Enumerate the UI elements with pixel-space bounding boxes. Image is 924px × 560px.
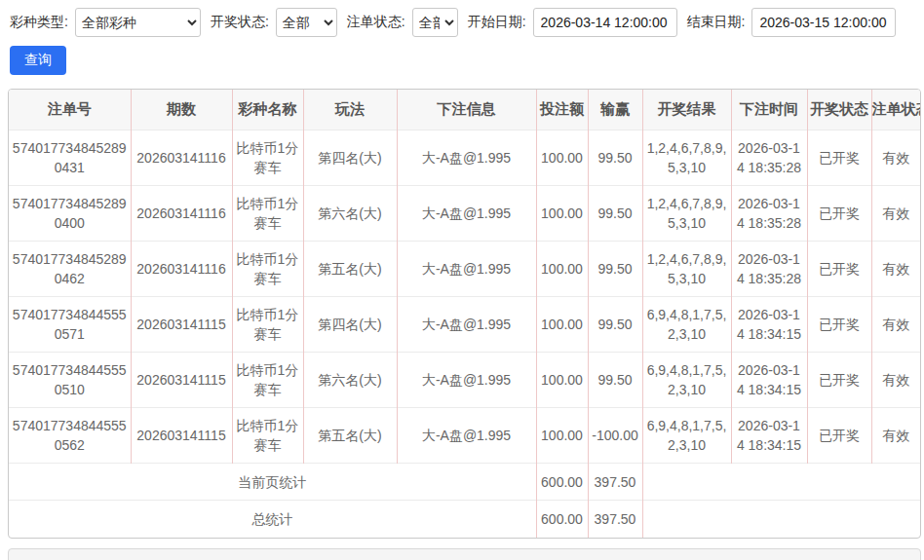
cell-bet-time: 2026-03-14 18:34:15	[731, 408, 807, 464]
bet-status-select[interactable]: 全部	[412, 8, 458, 37]
cell-lottery: 比特币1分赛车	[232, 297, 303, 353]
draw-status-label: 开奖状态:	[211, 14, 269, 31]
bet-records-table-container: 注单号 期数 彩种名称 玩法 下注信息 投注额 输赢 开奖结果 下注时间 开奖状…	[8, 89, 921, 539]
cell-bet-time: 2026-03-14 18:34:15	[731, 297, 807, 353]
cell-bet-info: 大-A盘@1.995	[397, 353, 536, 408]
cell-bet-number: 5740177348445550510	[9, 353, 131, 408]
summary-row-current-page: 当前页统计 600.00 397.50	[9, 464, 920, 501]
cell-bet-info: 大-A盘@1.995	[397, 186, 536, 242]
cell-period: 202603141116	[131, 242, 232, 297]
cell-win-loss: 99.50	[588, 131, 642, 186]
start-date-input[interactable]	[533, 8, 677, 37]
bet-status-label: 注单状态:	[347, 14, 405, 31]
cell-bet-number: 5740177348452890431	[9, 131, 131, 186]
cell-result: 1,2,4,6,7,8,9,5,3,10	[642, 186, 731, 242]
cell-result: 1,2,4,6,7,8,9,5,3,10	[642, 242, 731, 297]
header-bet-number: 注单号	[9, 90, 131, 131]
header-bet-time: 下注时间	[731, 90, 807, 131]
cell-play: 第五名(大)	[303, 408, 397, 464]
summary-bet-amount: 600.00	[536, 501, 588, 538]
cell-bet-status: 有效	[871, 242, 920, 297]
filter-bar: 彩种类型: 全部彩种 开奖状态: 全部 注单状态: 全部 开始日期: 结束日期:	[10, 8, 924, 37]
cell-result: 1,2,4,6,7,8,9,5,3,10	[642, 131, 731, 186]
pagination-bar	[8, 548, 921, 560]
summary-win-loss: 397.50	[588, 464, 642, 501]
summary-empty-cell	[642, 464, 920, 501]
summary-win-loss: 397.50	[588, 501, 642, 538]
cell-lottery: 比特币1分赛车	[232, 186, 303, 242]
header-lottery: 彩种名称	[232, 90, 303, 131]
cell-bet-status: 有效	[871, 131, 920, 186]
header-play: 玩法	[303, 90, 397, 131]
table-row: 5740177348445550562 202603141115 比特币1分赛车…	[9, 408, 920, 464]
cell-bet-info: 大-A盘@1.995	[397, 297, 536, 353]
summary-bet-amount: 600.00	[536, 464, 588, 501]
cell-bet-info: 大-A盘@1.995	[397, 131, 536, 186]
end-date-input[interactable]	[751, 8, 896, 37]
cell-bet-time: 2026-03-14 18:34:15	[731, 353, 807, 408]
summary-label: 总统计	[9, 501, 536, 538]
cell-bet-info: 大-A盘@1.995	[397, 242, 536, 297]
header-win-loss: 输赢	[588, 90, 642, 131]
cell-draw-status: 已开奖	[807, 131, 871, 186]
cell-play: 第五名(大)	[303, 242, 397, 297]
cell-result: 6,9,4,8,1,7,5,2,3,10	[642, 353, 731, 408]
search-button[interactable]: 查询	[10, 46, 66, 75]
table-row: 5740177348445550571 202603141115 比特币1分赛车…	[9, 297, 920, 353]
bet-records-table: 注单号 期数 彩种名称 玩法 下注信息 投注额 输赢 开奖结果 下注时间 开奖状…	[9, 90, 920, 538]
header-period: 期数	[131, 90, 232, 131]
header-draw-status: 开奖状态	[807, 90, 871, 131]
header-bet-info: 下注信息	[397, 90, 536, 131]
header-bet-status: 注单状态	[871, 90, 920, 131]
cell-bet-info: 大-A盘@1.995	[397, 408, 536, 464]
cell-draw-status: 已开奖	[807, 297, 871, 353]
cell-bet-amount: 100.00	[536, 186, 588, 242]
cell-play: 第四名(大)	[303, 131, 397, 186]
cell-bet-number: 5740177348445550562	[9, 408, 131, 464]
cell-draw-status: 已开奖	[807, 353, 871, 408]
table-row: 5740177348452890431 202603141116 比特币1分赛车…	[9, 131, 920, 186]
table-header-row: 注单号 期数 彩种名称 玩法 下注信息 投注额 输赢 开奖结果 下注时间 开奖状…	[9, 90, 920, 131]
end-date-label: 结束日期:	[687, 14, 746, 31]
cell-result: 6,9,4,8,1,7,5,2,3,10	[642, 297, 731, 353]
cell-win-loss: 99.50	[588, 186, 642, 242]
cell-lottery: 比特币1分赛车	[232, 242, 303, 297]
cell-play: 第六名(大)	[303, 353, 397, 408]
lottery-type-select[interactable]: 全部彩种	[75, 8, 201, 37]
cell-play: 第六名(大)	[303, 186, 397, 242]
cell-play: 第四名(大)	[303, 297, 397, 353]
cell-period: 202603141115	[131, 297, 232, 353]
cell-bet-number: 5740177348452890400	[9, 186, 131, 242]
cell-bet-amount: 100.00	[536, 353, 588, 408]
cell-draw-status: 已开奖	[807, 186, 871, 242]
table-row: 5740177348452890462 202603141116 比特币1分赛车…	[9, 242, 920, 297]
cell-bet-status: 有效	[871, 408, 920, 464]
cell-bet-number: 5740177348445550571	[9, 297, 131, 353]
cell-bet-number: 5740177348452890462	[9, 242, 131, 297]
cell-lottery: 比特币1分赛车	[232, 131, 303, 186]
cell-win-loss: -100.00	[588, 408, 642, 464]
cell-lottery: 比特币1分赛车	[232, 408, 303, 464]
cell-bet-amount: 100.00	[536, 297, 588, 353]
cell-draw-status: 已开奖	[807, 242, 871, 297]
cell-bet-amount: 100.00	[536, 131, 588, 186]
draw-status-select[interactable]: 全部	[276, 8, 337, 37]
table-row: 5740177348452890400 202603141116 比特币1分赛车…	[9, 186, 920, 242]
cell-bet-time: 2026-03-14 18:35:28	[731, 131, 807, 186]
table-row: 5740177348445550510 202603141115 比特币1分赛车…	[9, 353, 920, 408]
cell-bet-status: 有效	[871, 353, 920, 408]
cell-bet-time: 2026-03-14 18:35:28	[731, 186, 807, 242]
start-date-label: 开始日期:	[468, 14, 526, 31]
summary-empty-cell	[642, 501, 920, 538]
cell-win-loss: 99.50	[588, 242, 642, 297]
button-row: 查询	[10, 46, 924, 75]
cell-bet-status: 有效	[871, 297, 920, 353]
header-bet-amount: 投注额	[536, 90, 588, 131]
cell-period: 202603141116	[131, 186, 232, 242]
cell-lottery: 比特币1分赛车	[232, 353, 303, 408]
cell-bet-time: 2026-03-14 18:35:28	[731, 242, 807, 297]
cell-result: 6,9,4,8,1,7,5,2,3,10	[642, 408, 731, 464]
cell-period: 202603141115	[131, 353, 232, 408]
cell-bet-amount: 100.00	[536, 408, 588, 464]
cell-bet-status: 有效	[871, 186, 920, 242]
